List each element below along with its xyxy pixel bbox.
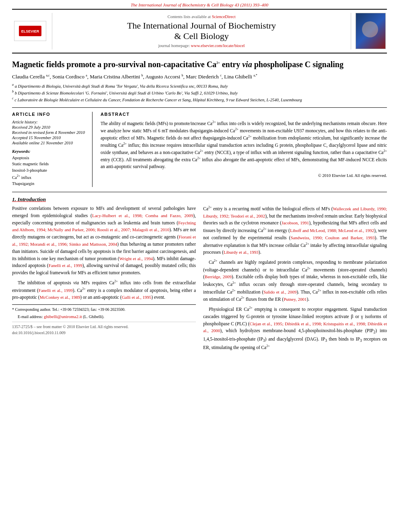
received-date: Received 29 July 2010 xyxy=(12,125,86,129)
section-title-text: Introduction xyxy=(18,196,46,202)
right-para-3: Physiological ER Ca2+ emptying is conseq… xyxy=(203,306,387,351)
authors: Claudia Cerella a,c, Sonia Cordisco a, M… xyxy=(12,74,387,80)
body-columns: Positive correlations between exposure t… xyxy=(12,205,387,353)
divider-2 xyxy=(12,192,387,192)
right-para-2: Ca2+ channels are highly regulated prote… xyxy=(203,259,387,303)
affiliation-c-text: c Laboratoire de Biologie Moléculaire et… xyxy=(14,98,302,102)
history-heading: Article history: xyxy=(12,120,86,124)
sciencedirect-link[interactable]: ScienceDirect xyxy=(212,14,236,19)
keyword-ca-influx: Ca2+ influx xyxy=(12,174,86,181)
copyright-line: © 2010 Elsevier Ltd. All rights reserved… xyxy=(101,173,387,178)
main-content: Magnetic fields promote a pro-survival n… xyxy=(12,53,387,354)
homepage-url[interactable]: www.elsevier.com/locate/biocel xyxy=(191,43,245,48)
journal-title-section: Contents lists available at ScienceDirec… xyxy=(52,13,351,49)
top-bar: The International Journal of Biochemistr… xyxy=(0,0,399,9)
revised-date: Received in revised form 4 November 2010 xyxy=(12,130,86,135)
doi-text: doi:10.1016/j.biocel.2010.11.009 xyxy=(12,331,66,335)
sciencedirect-label: Contents lists available at xyxy=(167,14,211,19)
issn-line: 1357-2725/$ – see front matter © 2010 El… xyxy=(12,324,128,330)
keyword-inositol: Inositol-3-phosphate xyxy=(12,167,86,174)
section-number: 1. xyxy=(12,196,16,202)
journal-citation: The International Journal of Biochemistr… xyxy=(0,0,399,9)
intro-para-2: The inhibition of apoptosis via MFs requ… xyxy=(12,279,196,301)
article-history: Article history: Received 29 July 2010 R… xyxy=(12,120,86,145)
keyword-magnetic: Static magnetic fields xyxy=(12,161,86,167)
body-col-left: Positive correlations between exposure t… xyxy=(12,205,196,353)
keywords-section: Keywords: Apoptosis Static magnetic fiel… xyxy=(12,149,86,187)
svg-text:ELSEVIER: ELSEVIER xyxy=(21,29,39,33)
footnote-section: * Corresponding author. Tel.: +39 06 725… xyxy=(12,304,196,320)
affiliations: a a Dipartimento di Biologia, Università… xyxy=(12,82,387,103)
affiliation-a: a a Dipartimento di Biologia, Università… xyxy=(12,82,387,89)
homepage-label: journal homepage: xyxy=(158,43,189,48)
article-info: ARTICLE INFO Article history: Received 2… xyxy=(12,112,93,187)
article-info-heading: ARTICLE INFO xyxy=(12,112,86,117)
section-title-intro: 1. Introduction xyxy=(12,196,387,203)
elsevier-logo: ELSEVIER xyxy=(12,13,52,49)
keyword-apoptosis: Apoptosis xyxy=(12,155,86,161)
article-title: Magnetic fields promote a pro-survival n… xyxy=(12,59,387,70)
affiliation-b-text: b Dipartimento di Scienze Biomolecolari … xyxy=(15,91,238,95)
cover-image xyxy=(356,13,386,49)
and-connector: and xyxy=(268,337,275,341)
body-col-right: Ca2+ entry is a recurring motif within t… xyxy=(203,205,387,353)
keywords-heading: Keywords: xyxy=(12,149,86,154)
article-info-abstract: ARTICLE INFO Article history: Received 2… xyxy=(12,112,387,187)
corresponding-label: * Corresponding author. Tel.: +39 06 725… xyxy=(12,307,125,312)
corresponding-author: * Corresponding author. Tel.: +39 06 725… xyxy=(12,307,196,312)
journal-homepage: journal homepage: www.elsevier.com/locat… xyxy=(59,43,344,48)
email-line: E-mail address: ghibelli@uniroma2.it (L.… xyxy=(12,314,196,320)
affiliation-c: c c Laboratoire de Biologie Moléculaire … xyxy=(12,96,387,103)
body-section: 1. Introduction Positive correlations be… xyxy=(12,196,387,353)
copyright-text: © 2010 Elsevier Ltd. All rights reserved… xyxy=(318,173,387,178)
online-date: Available online 21 November 2010 xyxy=(12,141,86,145)
affiliation-a-text: a Dipartimento di Biologia, Università d… xyxy=(15,84,228,88)
doi-line: doi:10.1016/j.biocel.2010.11.009 xyxy=(12,330,196,336)
email-address[interactable]: ghibelli@uniroma2.it xyxy=(44,314,82,319)
right-para-1: Ca2+ entry is a recurring motif within t… xyxy=(203,205,387,256)
journal-header: ELSEVIER Contents lists available at Sci… xyxy=(12,9,387,53)
divider-1 xyxy=(12,107,387,108)
abstract-text: The ability of magnetic fields (MFs) to … xyxy=(101,120,387,170)
abstract-section: ABSTRACT The ability of magnetic fields … xyxy=(101,112,387,187)
journal-cover xyxy=(351,13,387,49)
accepted-date: Accepted 15 November 2010 xyxy=(12,136,86,140)
journal-title: The International Journal of Biochemistr… xyxy=(59,21,344,42)
sciencedirect-line: Contents lists available at ScienceDirec… xyxy=(59,14,344,19)
abstract-heading: ABSTRACT xyxy=(101,112,387,117)
affiliation-b: b b Dipartimento di Scienze Biomolecolar… xyxy=(12,89,387,96)
bottom-bar: 1357-2725/$ – see front matter © 2010 El… xyxy=(12,322,196,330)
email-label: E-mail address: xyxy=(18,314,43,319)
elsevier-logo-box: ELSEVIER xyxy=(14,21,46,41)
email-suffix: (L. Ghibelli). xyxy=(83,314,104,319)
keyword-thapsigargin: Thapsigargin xyxy=(12,181,86,187)
intro-para-1: Positive correlations between exposure t… xyxy=(12,205,196,277)
